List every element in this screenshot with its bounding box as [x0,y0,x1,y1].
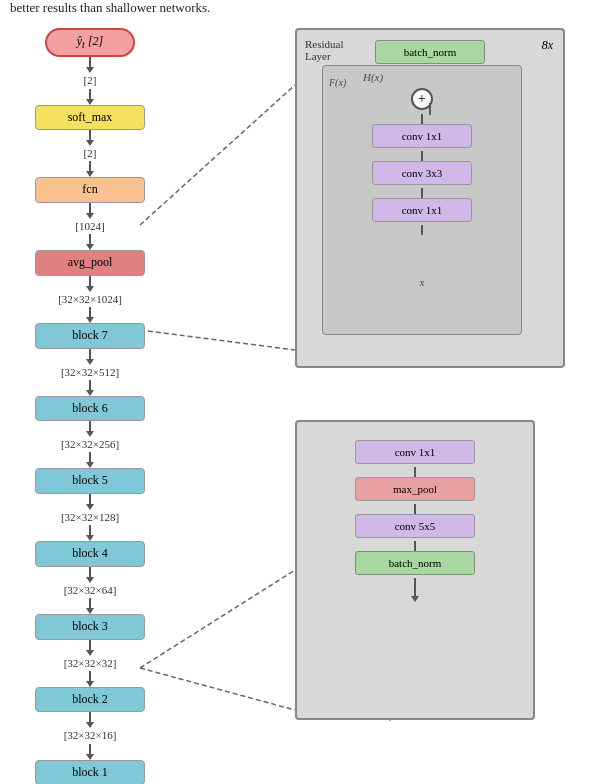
res-inner-arrow-3 [421,188,423,198]
red-maxpool-node: max_pool [355,477,475,501]
batch-norm-top-node: batch_norm [375,40,485,64]
block3-node: block 3 [35,614,145,640]
conv1x1-bot-node: conv 1x1 [372,198,472,222]
dim-block6: [32×32×512] [61,366,119,379]
block3-label: block 3 [72,619,108,633]
arrow-9 [89,349,91,359]
res-arrow-into-inner [429,103,431,115]
x-label: x [420,276,425,288]
arrow-head-7 [86,286,94,292]
batch-norm-top-label: batch_norm [404,46,457,58]
red-batchnorm-label: batch_norm [389,557,442,569]
arrow-head-1 [86,67,94,73]
res-inner-arrow-4 [421,225,423,235]
dim-block5: [32×32×256] [61,438,119,451]
conv3x3-label: conv 3x3 [402,167,443,179]
avgpool-label: avg_pool [68,255,113,269]
fcn-label: fcn [82,182,97,196]
output-label: ŷt [2] [77,34,103,48]
dim-block4: [32×32×128] [61,511,119,524]
dim-avgpool: [1024] [75,220,104,233]
red-batchnorm-node: batch_norm [355,551,475,575]
dim-block7: [32×32×1024] [58,293,122,306]
main-architecture-column: ŷt [2] [2] soft_max [2] fcn [1024] avg_p… [30,28,150,784]
fx-label: F(x) [329,76,346,89]
arrow-10 [89,380,91,390]
arrow-12 [89,452,91,462]
red-arrow-3 [414,541,416,551]
arrow-head-13 [86,504,94,510]
arrow-head-3 [86,140,94,146]
dim-block2: [32×32×32] [64,657,117,670]
arrow-18 [89,671,91,681]
dim-block1: [32×32×16] [64,729,117,742]
block2-node: block 2 [35,687,145,713]
block5-label: block 5 [72,473,108,487]
fcn-node: fcn [35,177,145,203]
hx-label: H(x) [363,71,383,83]
red-conv5x5-node: conv 5x5 [355,514,475,538]
block4-label: block 4 [72,546,108,560]
dim-softmax: [2] [84,74,97,87]
output-node: ŷt [2] [45,28,135,57]
block1-node: block 1 [35,760,145,784]
arrow-4 [89,161,91,171]
arrow-head-17 [86,650,94,656]
residual-box: ResidualLayer 8x batch_norm conv 1x1 F(x… [295,28,565,368]
arrow-head-11 [86,431,94,437]
residual-8x-label: 8x [542,38,553,53]
res-inner-arrow-1 [421,114,423,124]
page: better results than shallower networks. … [0,0,592,784]
block5-node: block 5 [35,468,145,494]
arrow-head-2 [86,99,94,105]
arrow-17 [89,640,91,650]
block7-label: block 7 [72,328,108,342]
arrow-14 [89,525,91,535]
svg-line-1 [140,668,295,710]
dim-fcn: [2] [84,147,97,160]
softmax-node: soft_max [35,105,145,131]
red-conv5x5-label: conv 5x5 [395,520,436,532]
arrow-8 [89,307,91,317]
block4-node: block 4 [35,541,145,567]
arrow-7 [89,276,91,286]
dim-block3: [32×32×64] [64,584,117,597]
conv3x3-node: conv 3x3 [372,161,472,185]
block7-node: block 7 [35,323,145,349]
arrow-head-18 [86,681,94,687]
arrow-head-10 [86,390,94,396]
block6-label: block 6 [72,401,108,415]
red-conv1x1-node: conv 1x1 [355,440,475,464]
arrow-head-5 [86,213,94,219]
conv1x1-mid-node: conv 1x1 [372,124,472,148]
arrow-20 [89,744,91,754]
avgpool-node: avg_pool [35,250,145,276]
red-conv1x1-label: conv 1x1 [395,446,436,458]
svg-line-0 [140,570,295,668]
arrow-6 [89,234,91,244]
conv1x1-mid-label: conv 1x1 [402,130,443,142]
block2-label: block 2 [72,692,108,706]
arrow-1 [89,57,91,67]
arrow-head-20 [86,754,94,760]
arrow-2 [89,89,91,99]
arrow-13 [89,494,91,504]
block1-label: block 1 [72,765,108,779]
arrow-11 [89,421,91,431]
arrow-head-15 [86,577,94,583]
arrow-16 [89,598,91,608]
red-arrow-2 [414,504,416,514]
block6-node: block 6 [35,396,145,422]
conv1x1-bot-label: conv 1x1 [402,204,443,216]
arrow-15 [89,567,91,577]
arrow-3 [89,130,91,140]
arrow-head-9 [86,359,94,365]
red-arrow-4 [414,578,416,598]
arrow-19 [89,712,91,722]
intro-text: better results than shallower networks. [10,0,210,16]
softmax-label: soft_max [68,110,113,124]
residual-layer-label: ResidualLayer [305,38,344,62]
svg-line-3 [140,330,295,350]
reduction-box: conv 1x1 max_pool conv 5x5 batch_norm [295,420,535,720]
arrow-head-19 [86,722,94,728]
